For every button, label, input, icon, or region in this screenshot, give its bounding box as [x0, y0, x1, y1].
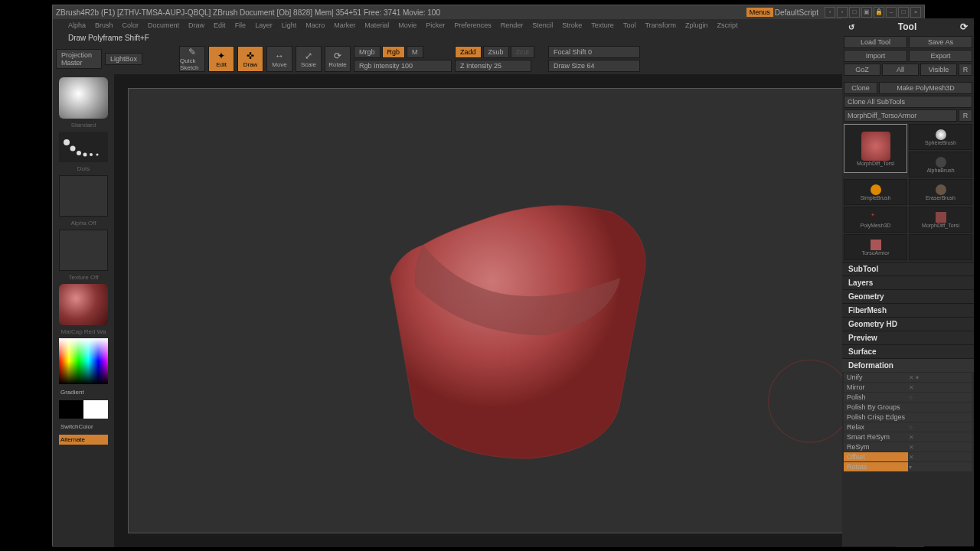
- menus-badge[interactable]: Menus: [746, 8, 773, 17]
- zadd-button[interactable]: Zadd: [455, 46, 482, 58]
- section-deformation[interactable]: Deformation: [842, 358, 974, 372]
- restore-icon[interactable]: ›: [837, 7, 848, 18]
- active-tool-name[interactable]: MorphDiff_TorsoArmor: [844, 109, 957, 122]
- zcut-button[interactable]: Zcut: [511, 46, 535, 58]
- tool-alphabrush[interactable]: AlphaBrush: [909, 152, 972, 178]
- close-icon[interactable]: ×: [910, 7, 921, 18]
- relax-slider[interactable]: Relax○: [844, 422, 972, 432]
- tool-morphdiff2[interactable]: MorphDiff_Torsi: [909, 207, 972, 233]
- section-subtool[interactable]: SubTool: [842, 262, 974, 276]
- texture-swatch[interactable]: [59, 230, 108, 271]
- color-picker[interactable]: [59, 338, 108, 384]
- section-surface[interactable]: Surface: [842, 344, 974, 358]
- menu-draw[interactable]: Draw: [188, 21, 204, 29]
- polish-groups-slider[interactable]: Polish By Groups: [844, 403, 972, 412]
- menu-movie[interactable]: Movie: [398, 21, 416, 29]
- export-button[interactable]: Export: [909, 50, 972, 62]
- switch-color-button[interactable]: SwitchColor: [59, 422, 108, 432]
- brush-swatch[interactable]: [59, 77, 108, 119]
- menu-marker[interactable]: Marker: [334, 21, 355, 29]
- menu-file[interactable]: File: [235, 21, 247, 29]
- tool-torsoarmor[interactable]: TorsoArmor: [844, 234, 907, 260]
- tool-polymesh3d[interactable]: ✦PolyMesh3D: [844, 207, 907, 233]
- color-squares[interactable]: [59, 400, 108, 419]
- lock-icon[interactable]: 🔒: [874, 7, 884, 18]
- all-button[interactable]: All: [882, 64, 919, 76]
- mirror-button[interactable]: Mirror✕: [844, 383, 972, 392]
- section-geometry[interactable]: Geometry: [842, 289, 974, 303]
- rotate-button[interactable]: ⟳Rotate: [325, 46, 351, 72]
- win-icon[interactable]: □: [849, 7, 860, 18]
- draw-button[interactable]: ✜Draw: [237, 46, 263, 72]
- menu-material[interactable]: Material: [364, 21, 389, 29]
- rotate-slider[interactable]: Rotate▾: [844, 462, 972, 471]
- tool-spherebrush[interactable]: SphereBrush: [909, 124, 972, 150]
- section-fibermesh[interactable]: FiberMesh: [842, 303, 974, 317]
- save-as-button[interactable]: Save As: [909, 36, 972, 48]
- draw-size-slider[interactable]: Draw Size 64: [548, 60, 640, 72]
- alternate-button[interactable]: Alternate: [59, 435, 108, 445]
- make-polymesh-button[interactable]: Make PolyMesh3D: [879, 82, 972, 94]
- resym-button[interactable]: ReSym✕: [844, 442, 972, 452]
- zsub-button[interactable]: Zsub: [483, 46, 509, 58]
- projection-master-button[interactable]: Projection Master: [56, 49, 102, 69]
- viewport[interactable]: [128, 88, 883, 533]
- menu-edit[interactable]: Edit: [214, 21, 226, 29]
- menu-layer[interactable]: Layer: [255, 21, 273, 29]
- z-intensity-slider[interactable]: Z Intensity 25: [455, 60, 531, 72]
- menu-tool[interactable]: Tool: [623, 21, 636, 29]
- stroke-swatch[interactable]: [59, 132, 108, 162]
- load-tool-button[interactable]: Load Tool: [844, 36, 907, 48]
- visible-button[interactable]: Visible: [920, 64, 957, 76]
- quick-sketch-button[interactable]: ✎Quick Sketch: [179, 46, 205, 72]
- clone-all-button[interactable]: Clone All SubTools: [844, 96, 972, 108]
- menu-preferences[interactable]: Preferences: [454, 21, 492, 29]
- rgb-button[interactable]: Rgb: [382, 46, 406, 58]
- r-button[interactable]: R: [959, 64, 972, 76]
- minimize-icon[interactable]: ‹: [825, 7, 835, 18]
- import-button[interactable]: Import: [844, 50, 907, 62]
- menu-stencil[interactable]: Stencil: [532, 21, 553, 29]
- tool-morphdiff[interactable]: MorphDiff_Torsi: [844, 124, 907, 173]
- m-button[interactable]: M: [407, 46, 423, 58]
- menu-brush[interactable]: Brush: [95, 21, 113, 29]
- menu-document[interactable]: Document: [148, 21, 179, 29]
- max-icon[interactable]: □: [898, 7, 909, 18]
- section-geometry-hd[interactable]: Geometry HD: [842, 317, 974, 331]
- menu-render[interactable]: Render: [501, 21, 524, 29]
- min-icon[interactable]: –: [886, 7, 897, 18]
- goz-button[interactable]: GoZ: [844, 64, 880, 76]
- menu-alpha[interactable]: Alpha: [68, 21, 86, 29]
- unify-button[interactable]: Unify✕ ▾: [844, 373, 972, 382]
- rgb-intensity-slider[interactable]: Rgb Intensity 100: [354, 60, 452, 72]
- menu-color[interactable]: Color: [122, 21, 139, 29]
- tool-eraserbrush[interactable]: EraserBrush: [909, 179, 972, 205]
- smart-resym-button[interactable]: Smart ReSym✕: [844, 432, 972, 442]
- menu-texture[interactable]: Texture: [591, 21, 614, 29]
- clone-button[interactable]: Clone: [844, 82, 877, 94]
- lightbox-button[interactable]: LightBox: [105, 53, 142, 65]
- material-swatch[interactable]: [59, 284, 108, 325]
- refresh-icon[interactable]: ⟳: [960, 21, 968, 32]
- menu-picker[interactable]: Picker: [426, 21, 445, 29]
- polish-slider[interactable]: Polish○: [844, 393, 972, 402]
- section-preview[interactable]: Preview: [842, 331, 974, 344]
- offset-slider[interactable]: Offset✕: [844, 452, 972, 461]
- menu-light[interactable]: Light: [282, 21, 297, 29]
- gradient-button[interactable]: Gradient: [59, 387, 108, 397]
- polish-crisp-slider[interactable]: Polish Crisp Edges: [844, 412, 972, 422]
- win-icon2[interactable]: ▣: [861, 7, 872, 18]
- edit-button[interactable]: ✦Edit: [208, 46, 234, 72]
- r-button2[interactable]: R: [959, 109, 972, 122]
- menu-zplugin[interactable]: Zplugin: [685, 21, 708, 29]
- move-button[interactable]: ↔Move: [266, 46, 292, 72]
- default-script[interactable]: DefaultScript: [775, 8, 818, 17]
- alpha-swatch[interactable]: [59, 175, 108, 217]
- mrgb-button[interactable]: Mrgb: [354, 46, 381, 58]
- menu-zscript[interactable]: Zscript: [717, 21, 738, 29]
- menu-macro[interactable]: Macro: [305, 21, 325, 29]
- scale-button[interactable]: ⤢Scale: [296, 46, 322, 72]
- tool-simplebrush[interactable]: SimpleBrush: [844, 179, 907, 205]
- menu-transform[interactable]: Transform: [645, 21, 676, 29]
- menu-stroke[interactable]: Stroke: [562, 21, 582, 29]
